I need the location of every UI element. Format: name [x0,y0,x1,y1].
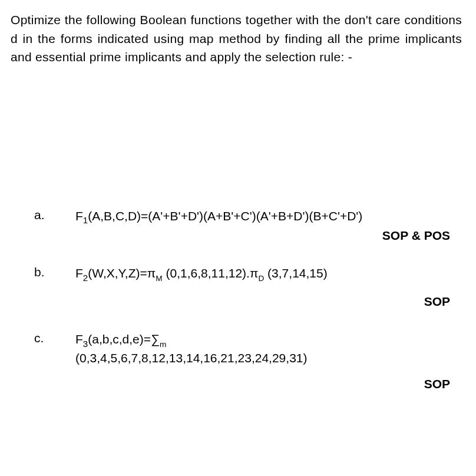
problem-b: b. F2(W,X,Y,Z)=πM (0,1,6,8,11,12).πD (3,… [34,265,456,310]
func-vars: (W,X,Y,Z) [88,266,140,280]
expr-prefix: =∑ [144,332,160,346]
problem-label: a. [34,208,75,244]
func-expr: =(A'+B'+D')(A+B'+C')(A'+B+D')(B+C'+D') [141,209,362,223]
problem-content: F3(a,b,c,d,e)=∑m (0,3,4,5,6,7,8,12,13,14… [75,331,456,392]
func-name: F [75,332,83,346]
problems-list: a. F1(A,B,C,D)=(A'+B'+D')(A+B'+C')(A'+B+… [11,208,462,393]
func-name: F [75,209,83,223]
problem-a: a. F1(A,B,C,D)=(A'+B'+D')(A+B'+C')(A'+B+… [34,208,456,244]
func-vars: (A,B,C,D) [88,209,141,223]
func-subscript: 1 [83,215,88,225]
problem-c: c. F3(a,b,c,d,e)=∑m (0,3,4,5,6,7,8,12,13… [34,331,456,392]
form-type: SOP & POS [75,227,456,244]
expr-sub: m [160,340,166,349]
func-subscript: 3 [83,339,88,349]
form-type: SOP [75,376,456,392]
expr-suffix: (3,7,14,15) [264,266,327,280]
expr-sub: M [156,274,162,283]
expr-prefix: =π [140,266,156,280]
func-name: F [75,266,83,280]
problem-content: F2(W,X,Y,Z)=πM (0,1,6,8,11,12).πD (3,7,1… [75,265,456,310]
form-type: SOP [75,293,456,310]
problem-label: c. [34,331,75,392]
expr-sub: D [258,274,264,283]
question-intro: Optimize the following Boolean functions… [11,11,462,67]
expr-line2: (0,3,4,5,6,7,8,12,13,14,16,21,23,24,29,3… [75,351,307,365]
expr-mid: (0,1,6,8,11,12).π [163,266,259,280]
func-subscript: 2 [83,273,88,283]
func-vars: (a,b,c,d,e) [88,332,144,346]
problem-content: F1(A,B,C,D)=(A'+B'+D')(A+B'+C')(A'+B+D')… [75,208,456,244]
problem-label: b. [34,265,75,310]
